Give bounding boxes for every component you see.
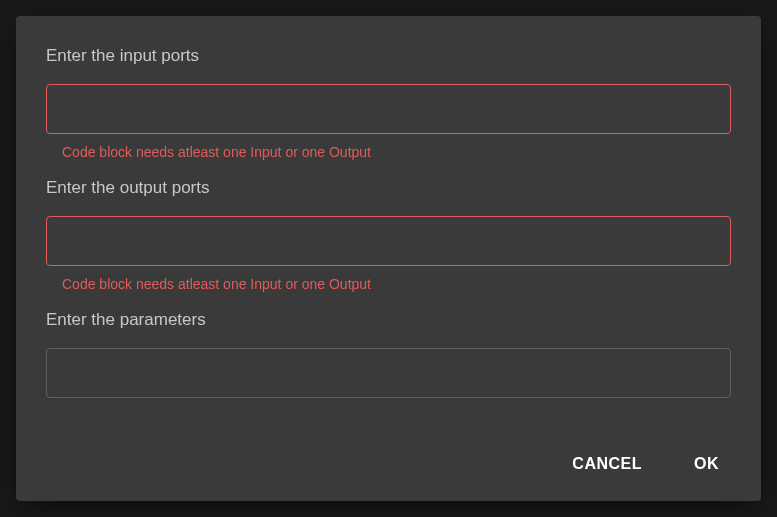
input-ports-group: Enter the input ports Code block needs a… [46, 46, 731, 160]
button-row: CANCEL OK [46, 447, 731, 481]
parameters-field[interactable] [46, 348, 731, 398]
input-ports-label: Enter the input ports [46, 46, 731, 66]
output-ports-field[interactable] [46, 216, 731, 266]
parameters-group: Enter the parameters [46, 310, 731, 398]
output-ports-label: Enter the output ports [46, 178, 731, 198]
cancel-button[interactable]: CANCEL [560, 447, 654, 481]
dialog-container: Enter the input ports Code block needs a… [16, 16, 761, 501]
input-ports-field[interactable] [46, 84, 731, 134]
input-ports-error: Code block needs atleast one Input or on… [46, 144, 731, 160]
output-ports-error: Code block needs atleast one Input or on… [46, 276, 731, 292]
form-content: Enter the input ports Code block needs a… [46, 46, 731, 427]
output-ports-group: Enter the output ports Code block needs … [46, 178, 731, 292]
parameters-label: Enter the parameters [46, 310, 731, 330]
ok-button[interactable]: OK [682, 447, 731, 481]
